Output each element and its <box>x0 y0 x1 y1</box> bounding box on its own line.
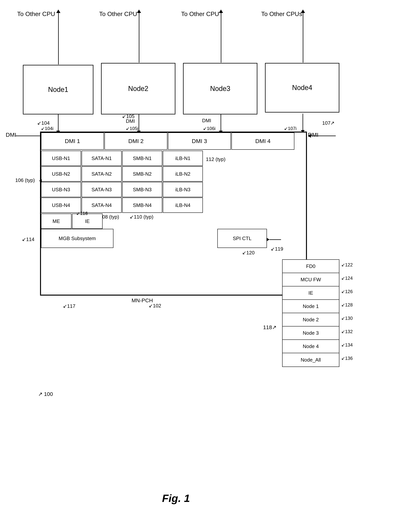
node4-label: Node4 <box>292 84 312 92</box>
cpu-label-4: To Other CPUs <box>261 10 302 18</box>
ref-100: ↗ 100 <box>38 391 53 397</box>
ref-126: ↙126 <box>341 289 353 294</box>
ref-122: ↙122 <box>341 262 353 268</box>
dmi-arrow-right <box>308 134 336 138</box>
cpu-label-1: To Other CPU <box>17 10 55 18</box>
smb-n2: SMB-N2 <box>122 166 162 181</box>
ref-134: ↙134 <box>341 342 353 348</box>
ilb-n2: iLB-N2 <box>163 166 203 181</box>
ref-106-arrow <box>39 179 42 182</box>
ref-104: ↙104 <box>37 120 50 126</box>
ref-119: ↙119 <box>271 246 283 252</box>
sata-n3: SATA-N3 <box>82 182 122 197</box>
ref-105i: ↙105i <box>126 126 138 131</box>
ref-124: ↙124 <box>341 276 353 281</box>
ilb-n3: iLB-N3 <box>163 182 203 197</box>
me-cell: ME <box>41 214 72 229</box>
ref-107i: ↙107i <box>284 126 296 131</box>
smb-n4: SMB-N4 <box>122 197 162 213</box>
ref-118: 118↗ <box>263 324 277 331</box>
ref-106i: ↙106i <box>203 126 215 131</box>
sata-n2: SATA-N2 <box>82 166 122 181</box>
arrow-node1-down <box>56 114 60 134</box>
node1-box: Node1 <box>23 65 93 114</box>
dmi3-cell: DMI 3 <box>168 133 231 150</box>
usb-n3: USB-N3 <box>41 182 81 197</box>
ref-130: ↙130 <box>341 316 353 321</box>
arrow-node3-down <box>219 114 223 134</box>
ref-106-typ: 106 (typ) <box>15 177 35 183</box>
arrow-node3-up <box>219 9 223 62</box>
node2-label: Node2 <box>128 85 148 93</box>
arrow-node4-down <box>301 114 305 133</box>
flash-box: FD0 MCU FW IE Node 1 Node 2 Node 3 Node … <box>282 259 339 367</box>
spi-arrow <box>267 238 281 241</box>
arrow-node1-up <box>56 9 60 64</box>
spi-ctl-cell: SPI CTL <box>217 229 267 248</box>
dmi-arrow-left <box>15 134 43 138</box>
arrow-node2-up <box>137 9 141 62</box>
ref-120: ↙120 <box>242 250 255 256</box>
ref-104i: ↙104i <box>41 126 53 131</box>
ilb-n1: iLB-N1 <box>163 151 203 166</box>
dmi1-cell: DMI 1 <box>41 133 104 150</box>
smb-n1: SMB-N1 <box>122 151 162 166</box>
usb-n4: USB-N4 <box>41 197 81 213</box>
node3-label: Node3 <box>210 85 230 93</box>
ref-110-typ: ↙110 (typ) <box>130 214 153 220</box>
node4-box: Node4 <box>265 63 339 113</box>
dmi-label-105: DMI <box>126 118 135 124</box>
ref-112-typ: 112 (typ) <box>206 156 225 162</box>
dmi4-cell: DMI 4 <box>232 133 294 150</box>
ref-107: 107↗ <box>322 120 335 126</box>
dmi-label-106: DMI <box>202 118 211 124</box>
ref-102: ↙102 <box>149 303 161 309</box>
mgb-cell: MGB Subsystem <box>41 229 113 248</box>
cpu-label-3: To Other CPU <box>181 10 219 18</box>
node2-box: Node2 <box>101 63 175 114</box>
smb-n3: SMB-N3 <box>122 182 162 197</box>
ref-132: ↙132 <box>341 329 353 334</box>
usb-n1: USB-N1 <box>41 151 81 166</box>
ref-128: ↙128 <box>341 302 353 308</box>
cpu-label-2: To Other CPU <box>99 10 137 18</box>
sata-n4: SATA-N4 <box>82 197 122 213</box>
ref-116: ↙116 <box>76 211 88 216</box>
ref-117: ↙117 <box>63 303 75 309</box>
node1-label: Node1 <box>48 86 68 94</box>
diagram: To Other CPU To Other CPU To Other CPU T… <box>0 0 420 521</box>
fig-label: Fig. 1 <box>162 492 190 504</box>
node3-box: Node3 <box>183 63 257 114</box>
dmi-label-left: DMI <box>6 132 16 138</box>
ref-136: ↙136 <box>341 356 353 361</box>
sata-n1: SATA-N1 <box>82 151 122 166</box>
ilb-n4: iLB-N4 <box>163 197 203 213</box>
ref-114: ↙114 <box>22 236 34 242</box>
dmi2-cell: DMI 2 <box>105 133 167 150</box>
usb-n2: USB-N2 <box>41 166 81 181</box>
